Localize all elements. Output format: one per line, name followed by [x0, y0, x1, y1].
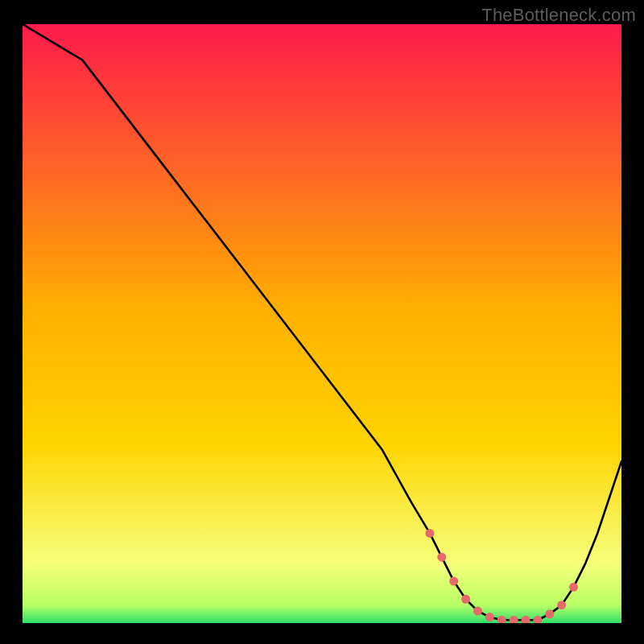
chart-frame: TheBottleneck.com — [0, 0, 644, 644]
data-point-marker — [569, 583, 578, 592]
data-point-marker — [449, 576, 458, 585]
data-point-marker — [485, 613, 494, 621]
plot-area — [23, 24, 621, 623]
data-point-marker — [461, 595, 470, 604]
data-point-marker — [557, 601, 566, 609]
data-point-marker — [437, 553, 446, 562]
watermark-text: TheBottleneck.com — [481, 5, 636, 26]
data-point-marker — [473, 607, 482, 616]
plot-svg — [23, 24, 621, 623]
data-point-marker — [425, 529, 434, 538]
gradient-background — [23, 24, 621, 623]
data-point-marker — [545, 609, 554, 618]
